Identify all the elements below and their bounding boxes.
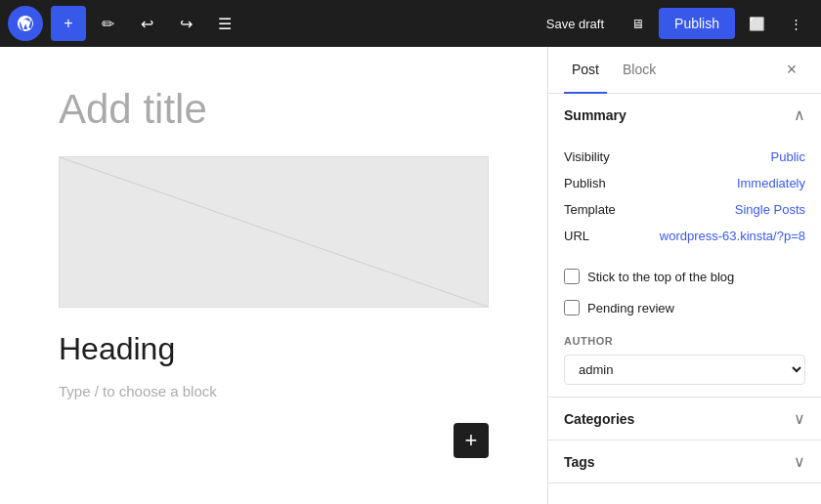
sidebar-icon: ⬜ <box>749 17 765 31</box>
tools-button[interactable]: ✏ <box>90 6 125 41</box>
editor-area: Add title Heading Type / to choose a blo… <box>0 47 547 504</box>
monitor-icon: 🖥 <box>631 17 644 31</box>
tags-header[interactable]: Tags ∨ <box>548 441 821 483</box>
redo-button[interactable]: ↪ <box>168 6 203 41</box>
publish-button[interactable]: Publish <box>659 8 735 39</box>
list-view-button[interactable]: ☰ <box>207 6 242 41</box>
tab-block[interactable]: Block <box>615 47 664 94</box>
summary-header[interactable]: Summary ∧ <box>548 94 821 136</box>
toolbar: + ✏ ↩ ↪ ☰ Save draft 🖥 Publish ⬜ ⋮ <box>0 0 821 47</box>
summary-body: Visibility Public Publish Immediately Te… <box>548 136 821 261</box>
wp-logo[interactable] <box>8 6 43 41</box>
heading-block[interactable]: Heading <box>59 331 489 367</box>
tab-post[interactable]: Post <box>564 47 607 94</box>
publish-value[interactable]: Immediately <box>737 176 805 190</box>
visibility-value[interactable]: Public <box>771 149 805 164</box>
block-placeholder-text[interactable]: Type / to choose a block <box>59 383 489 399</box>
image-placeholder <box>59 156 489 308</box>
url-value[interactable]: wordpress-63.kinsta/?p=8 <box>660 229 805 243</box>
view-button[interactable]: 🖥 <box>620 6 655 41</box>
pending-review-checkbox[interactable] <box>564 300 580 315</box>
undo-button[interactable]: ↩ <box>129 6 164 41</box>
visibility-row: Visibility Public <box>564 144 805 170</box>
tags-title: Tags <box>564 454 595 470</box>
sidebar-header: Post Block × <box>548 47 821 94</box>
template-value[interactable]: Single Posts <box>735 202 805 217</box>
add-block-button[interactable]: + <box>454 423 489 458</box>
undo-icon: ↩ <box>141 15 153 33</box>
url-label: URL <box>564 229 589 243</box>
categories-header[interactable]: Categories ∨ <box>548 398 821 440</box>
author-section-label: AUTHOR <box>564 335 805 347</box>
categories-chevron-icon: ∨ <box>794 409 805 428</box>
stick-top-label: Stick to the top of the blog <box>587 270 734 284</box>
publish-row: Publish Immediately <box>564 170 805 196</box>
visibility-label: Visibility <box>564 149 610 164</box>
close-sidebar-button[interactable]: × <box>778 57 805 84</box>
add-block-toolbar-button[interactable]: + <box>51 6 86 41</box>
more-options-button[interactable]: ⋮ <box>778 6 813 41</box>
sidebar: Post Block × Summary ∧ Visibility Public… <box>547 47 821 504</box>
main-layout: Add title Heading Type / to choose a blo… <box>0 47 821 504</box>
pen-icon: ✏ <box>102 15 114 33</box>
author-select[interactable]: admin <box>564 355 805 385</box>
stick-top-row: Stick to the top of the blog <box>548 261 821 292</box>
url-row: URL wordpress-63.kinsta/?p=8 <box>564 223 805 249</box>
summary-title: Summary <box>564 107 627 123</box>
template-row: Template Single Posts <box>564 196 805 223</box>
redo-icon: ↪ <box>180 15 193 33</box>
pending-review-label: Pending review <box>587 301 674 315</box>
summary-section: Summary ∧ Visibility Public Publish Imme… <box>548 94 821 398</box>
plus-add-icon: + <box>465 428 478 453</box>
save-draft-button[interactable]: Save draft <box>535 11 616 37</box>
tags-chevron-icon: ∨ <box>794 452 805 471</box>
sidebar-toggle-button[interactable]: ⬜ <box>739 6 774 41</box>
post-title[interactable]: Add title <box>59 86 489 133</box>
author-section: AUTHOR admin <box>548 323 821 397</box>
ellipsis-icon: ⋮ <box>790 17 802 31</box>
list-icon: ☰ <box>218 15 232 33</box>
tags-section: Tags ∨ <box>548 441 821 483</box>
categories-section: Categories ∨ <box>548 398 821 441</box>
stick-top-checkbox[interactable] <box>564 269 580 284</box>
categories-title: Categories <box>564 411 634 427</box>
pending-review-row: Pending review <box>548 292 821 323</box>
chevron-up-icon: ∧ <box>794 105 805 124</box>
template-label: Template <box>564 202 616 217</box>
publish-label: Publish <box>564 176 606 190</box>
plus-icon: + <box>64 15 72 32</box>
